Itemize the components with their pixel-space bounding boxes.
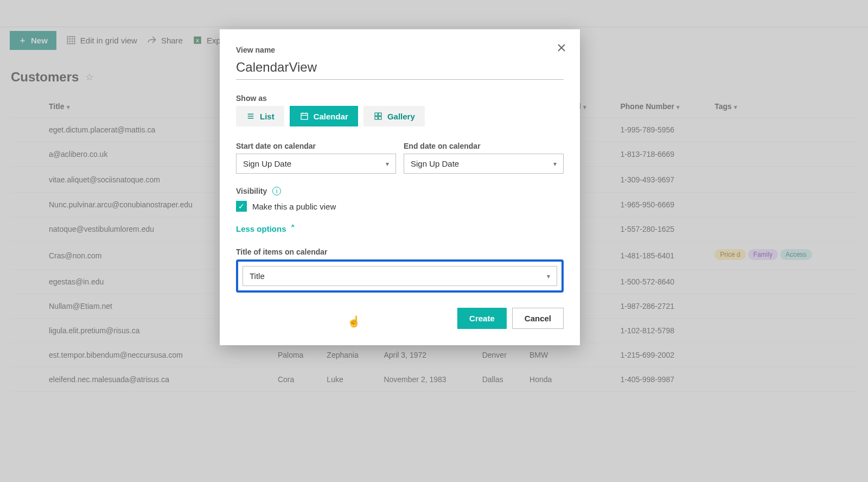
show-as-calendar-label: Calendar	[314, 112, 348, 121]
svg-rect-19	[379, 117, 381, 119]
end-date-label: End date on calendar	[404, 142, 564, 150]
show-as-list-label: List	[260, 112, 275, 121]
title-items-label: Title of items on calendar	[236, 248, 564, 256]
public-view-label: Make this a public view	[252, 202, 336, 211]
start-date-value: Sign Up Date	[243, 159, 291, 168]
show-as-list[interactable]: List	[236, 106, 284, 126]
view-name-label: View name	[236, 46, 564, 54]
create-view-dialog: View name Show as List Calendar Gallery …	[220, 29, 580, 345]
show-as-gallery-label: Gallery	[387, 112, 415, 121]
chevron-down-icon: ▾	[547, 272, 550, 280]
title-items-select[interactable]: Title ▾	[242, 266, 557, 286]
list-icon	[246, 111, 256, 121]
cancel-button-label: Cancel	[525, 314, 551, 323]
show-as-segment: List Calendar Gallery	[236, 106, 564, 126]
check-icon: ✓	[238, 202, 245, 211]
chevron-down-icon: ▾	[386, 160, 389, 168]
close-button[interactable]	[555, 41, 568, 54]
svg-rect-18	[375, 117, 378, 119]
gallery-icon	[373, 111, 383, 121]
close-icon	[557, 43, 566, 52]
chevron-down-icon: ▾	[553, 160, 557, 168]
less-options-toggle[interactable]: Less options ˄	[236, 224, 564, 233]
show-as-label: Show as	[236, 94, 564, 103]
view-name-input[interactable]	[236, 58, 564, 80]
visibility-label: Visibility	[236, 187, 267, 195]
show-as-calendar[interactable]: Calendar	[290, 106, 358, 126]
end-date-select[interactable]: Sign Up Date ▾	[404, 154, 564, 174]
cancel-button[interactable]: Cancel	[512, 308, 564, 329]
create-button-label: Create	[469, 314, 495, 323]
info-icon[interactable]: i	[272, 187, 281, 195]
calendar-icon	[299, 111, 309, 121]
end-date-value: Sign Up Date	[411, 159, 459, 168]
public-view-checkbox[interactable]: ✓	[236, 201, 247, 212]
svg-rect-12	[301, 113, 308, 119]
create-button[interactable]: Create	[457, 308, 507, 329]
title-items-value: Title	[250, 271, 265, 281]
start-date-label: Start date on calendar	[236, 142, 396, 150]
less-options-label: Less options	[236, 224, 286, 233]
show-as-gallery[interactable]: Gallery	[363, 106, 425, 126]
title-items-highlight: Title ▾	[236, 259, 564, 293]
svg-rect-16	[375, 113, 378, 116]
chevron-up-icon: ˄	[291, 224, 295, 233]
start-date-select[interactable]: Sign Up Date ▾	[236, 154, 396, 174]
svg-rect-17	[379, 113, 381, 116]
